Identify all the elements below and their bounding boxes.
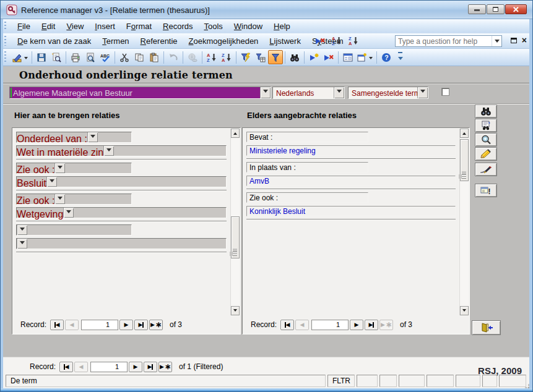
spelling-button[interactable]: ABC	[98, 50, 113, 64]
first-record-button[interactable]: ◀	[59, 362, 73, 372]
new-object-button[interactable]	[355, 50, 375, 64]
magnifier-button[interactable]	[475, 133, 497, 147]
new-record-button[interactable]	[306, 50, 321, 64]
relation-type-field[interactable]: Bevat :	[246, 132, 368, 142]
relation-type-dropdown[interactable]	[54, 163, 65, 173]
sort-descending-icon[interactable]: ZA	[348, 35, 359, 46]
scroll-thumb[interactable]	[231, 216, 240, 258]
menu-item-help[interactable]: Help	[268, 20, 296, 32]
delete-record-button[interactable]	[321, 50, 336, 64]
first-record-button[interactable]: ◀	[50, 320, 64, 330]
filter-by-form-button[interactable]	[253, 50, 268, 64]
help-search-dropdown[interactable]	[492, 36, 501, 46]
related-term-field[interactable]: Ministeriele regeling	[246, 145, 456, 156]
sort-ascending-button[interactable]: AZ	[204, 50, 219, 64]
record-number-field[interactable]	[90, 362, 128, 372]
toolbar-drag-handle[interactable]	[4, 22, 6, 30]
cut-button[interactable]	[117, 50, 132, 64]
first-record-button[interactable]: ◀	[280, 320, 294, 330]
database-window-button[interactable]	[340, 50, 355, 64]
toolbar-options-button[interactable]	[396, 50, 404, 64]
mdi-close-icon[interactable]: ×	[522, 36, 527, 45]
scroll-up-button[interactable]	[460, 129, 469, 138]
find-button[interactable]	[287, 50, 302, 64]
related-term-dropdown[interactable]	[63, 208, 74, 218]
language-combobox-value[interactable]: Nederlands	[273, 87, 334, 98]
related-term-value[interactable]: Wetgeving	[17, 208, 63, 218]
last-record-button[interactable]: ▶	[365, 320, 378, 330]
menu-item-insert[interactable]: Insert	[89, 20, 121, 32]
next-record-button[interactable]: ▶	[119, 320, 133, 330]
menu-item-format[interactable]: Format	[121, 20, 157, 32]
design-view-button[interactable]	[11, 50, 30, 64]
term-type-combobox-dropdown[interactable]	[417, 87, 428, 98]
menu-item-referentie[interactable]: Referentie	[135, 35, 183, 47]
relation-type-value[interactable]: Onderdeel van :	[17, 132, 87, 142]
pencil-button[interactable]	[475, 147, 497, 161]
last-record-button[interactable]: ▶	[134, 320, 148, 330]
term-combobox-value[interactable]: Algemene Maatregel van Bestuur	[10, 87, 260, 98]
print-button[interactable]	[68, 50, 83, 64]
next-record-button[interactable]: ▶	[350, 320, 363, 330]
related-term-field[interactable]: AmvB	[246, 176, 456, 186]
scroll-thumb[interactable]	[460, 139, 469, 181]
menu-item-records[interactable]: Records	[157, 20, 198, 32]
binoculars-button[interactable]	[475, 104, 497, 118]
copy-button[interactable]	[132, 50, 147, 64]
left-panel-scrollbar[interactable]	[230, 129, 240, 315]
help-button[interactable]: ?	[379, 50, 394, 64]
term-combobox-dropdown[interactable]	[260, 87, 271, 98]
restore-button[interactable]	[487, 4, 505, 14]
menu-item-termen[interactable]: Termen	[97, 35, 134, 47]
language-combobox-dropdown[interactable]	[334, 87, 344, 98]
toolbar-drag-handle[interactable]	[4, 51, 6, 63]
relation-type-value[interactable]: Zie ook :	[17, 163, 54, 173]
sort-ascending-icon[interactable]: AZ	[331, 35, 342, 46]
related-term-value[interactable]: Wet in materiële zin	[17, 146, 103, 156]
relation-type-field[interactable]: Zie ook :	[246, 192, 368, 203]
apply-filter-button[interactable]	[268, 50, 283, 64]
exit-button[interactable]	[472, 320, 501, 335]
menu-item-tools[interactable]: Tools	[198, 20, 228, 32]
mdi-restore-icon[interactable]	[511, 38, 517, 43]
menu-item-de-kern-van-de-zaak[interactable]: De kern van de zaak	[12, 35, 97, 47]
new-record-button[interactable]: ▶∗	[149, 320, 163, 330]
related-term-field[interactable]: Koninklijk Besluit	[246, 206, 456, 216]
file-search-button[interactable]	[49, 50, 64, 64]
related-term-value[interactable]: Besluit	[17, 177, 46, 187]
form-properties-button[interactable]: !	[475, 184, 497, 197]
delete-record-icon[interactable]	[314, 35, 326, 46]
record-number-field[interactable]	[311, 320, 349, 330]
print-preview-button[interactable]	[83, 50, 98, 64]
related-term-dropdown[interactable]	[103, 146, 114, 156]
menu-item-zoekmogelijkheden[interactable]: Zoekmogelijkheden	[183, 35, 264, 47]
menu-item-view[interactable]: View	[61, 20, 89, 32]
record-number-field[interactable]	[81, 320, 118, 330]
menu-item-edit[interactable]: Edit	[36, 20, 61, 32]
term-type-combobox-value[interactable]: Samengestelde term	[349, 87, 417, 98]
minimize-button[interactable]	[468, 4, 486, 14]
related-term-dropdown[interactable]	[17, 239, 27, 249]
pen-button[interactable]	[475, 163, 497, 176]
relation-type-dropdown[interactable]	[54, 194, 65, 204]
menu-item-window[interactable]: Window	[228, 20, 268, 32]
toolbar-drag-handle[interactable]	[4, 36, 6, 46]
relation-type-dropdown[interactable]	[17, 225, 27, 235]
sort-descending-button[interactable]: ZA	[219, 50, 234, 64]
relation-type-value[interactable]: Zie ook :	[17, 194, 54, 204]
search-document-button[interactable]	[475, 119, 497, 132]
scroll-up-button[interactable]	[231, 129, 240, 138]
menu-item-file[interactable]: File	[12, 20, 36, 32]
relation-type-dropdown[interactable]	[87, 132, 98, 142]
filter-by-selection-button[interactable]	[238, 50, 253, 64]
header-checkbox[interactable]	[441, 88, 449, 96]
relation-type-field[interactable]: In plaats van :	[246, 162, 368, 173]
new-record-button[interactable]: ▶∗	[158, 362, 172, 372]
scroll-down-button[interactable]	[231, 306, 240, 315]
related-term-dropdown[interactable]	[46, 177, 57, 187]
paste-button[interactable]	[147, 50, 162, 64]
help-search-input[interactable]	[396, 36, 491, 46]
scroll-down-button[interactable]	[460, 306, 469, 315]
next-record-button[interactable]: ▶	[129, 362, 142, 372]
last-record-button[interactable]: ▶	[144, 362, 157, 372]
